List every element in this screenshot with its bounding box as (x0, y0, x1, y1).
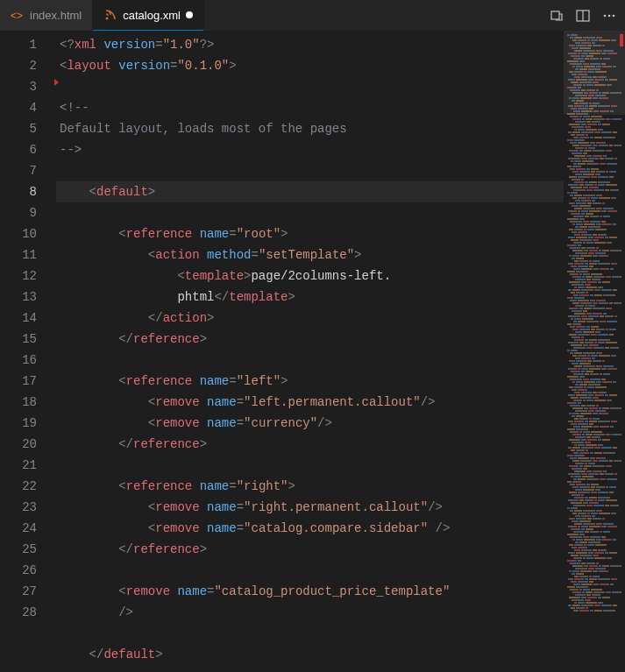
line-number: 26 (0, 560, 56, 581)
more-actions-icon[interactable] (602, 9, 616, 23)
code-line (56, 560, 564, 581)
line-number: 17 (0, 371, 56, 392)
code-line: <remove name="catalog.compare.sidebar" /… (56, 518, 564, 539)
line-number: 9 (0, 202, 56, 223)
svg-text:<>: <> (11, 10, 23, 22)
code-line: <reference name="root"> (56, 223, 564, 244)
code-area[interactable]: <?xml version="1.0"?> <layout version="0… (56, 31, 564, 672)
minimap-error-marker (620, 34, 623, 46)
line-number: 8 (0, 181, 56, 202)
line-number: 13 (0, 286, 56, 308)
tab-catalog-xml[interactable]: catalog.xml (93, 0, 204, 31)
line-number: 5 (0, 118, 56, 139)
code-line: </default> (56, 644, 564, 665)
code-line: phtml</template> (56, 286, 564, 308)
code-line: <action method="setTemplate"> (56, 244, 564, 265)
line-number: 18 (0, 392, 56, 413)
tab-bar: <> index.html catalog.xml (0, 0, 625, 31)
code-line: <remove name="currency"/> (56, 413, 564, 434)
code-line: <layout version="0.1.0"> (56, 55, 564, 76)
line-number: 27 (0, 581, 56, 602)
svg-point-7 (613, 14, 615, 17)
minimap-viewport[interactable] (564, 31, 625, 115)
line-number: 22 (0, 476, 56, 497)
open-changes-icon[interactable] (550, 9, 564, 23)
line-number: 23 (0, 497, 56, 518)
code-line: <template>page/2columns-left. (56, 265, 564, 286)
code-line: </reference> (56, 329, 564, 350)
code-line: </reference> (56, 539, 564, 560)
line-number: 10 (0, 223, 56, 244)
html-file-icon: <> (11, 9, 25, 23)
code-line: <remove name="right.permanent.callout"/> (56, 497, 564, 518)
code-line (56, 76, 564, 97)
code-line: <remove name="left.permanent.callout"/> (56, 392, 564, 413)
line-number: 7 (0, 160, 56, 181)
code-line (56, 455, 564, 476)
line-number-gutter[interactable]: 1 2 3 4 5 6 7 8 9 10 11 12 13 14 15 16 1… (0, 31, 56, 672)
line-number: 20 (0, 434, 56, 455)
split-editor-icon[interactable] (576, 9, 590, 23)
minimap[interactable] (564, 31, 625, 672)
tab-index-html[interactable]: <> index.html (0, 0, 93, 31)
line-number: 3 (0, 76, 56, 97)
editor: 1 2 3 4 5 6 7 8 9 10 11 12 13 14 15 16 1… (0, 31, 625, 672)
svg-point-5 (604, 14, 607, 17)
code-line (56, 623, 564, 644)
tab-actions (550, 0, 625, 31)
line-number: 1 (0, 34, 56, 55)
code-line: </reference> (56, 434, 564, 455)
xml-file-icon (103, 8, 117, 22)
unsaved-dot-icon (186, 11, 193, 18)
code-line: <remove name="catalog_product_price_temp… (56, 581, 564, 602)
line-number: 4 (0, 97, 56, 118)
line-number: 15 (0, 329, 56, 350)
code-line: <default> (56, 181, 564, 202)
code-line: </action> (56, 308, 564, 329)
svg-point-1 (106, 18, 109, 20)
code-line: <?xml version="1.0"?> (56, 34, 564, 55)
line-number: 24 (0, 518, 56, 539)
code-line: /> (56, 602, 564, 623)
code-line: <reference name="right"> (56, 476, 564, 497)
line-number: 14 (0, 308, 56, 329)
line-number: 6 (0, 139, 56, 160)
line-number: 19 (0, 413, 56, 434)
code-line: <reference name="left"> (56, 371, 564, 392)
code-line: --> (56, 139, 564, 160)
code-line (56, 202, 564, 223)
code-line (56, 160, 564, 181)
line-number: 25 (0, 539, 56, 560)
code-line: Default layout, loads most of the pages (56, 118, 564, 139)
line-number: 12 (0, 265, 56, 286)
tab-label: catalog.xml (123, 9, 181, 22)
line-number: 16 (0, 350, 56, 371)
svg-point-6 (608, 14, 611, 17)
code-line (56, 350, 564, 371)
code-line: <!-- (56, 97, 564, 118)
line-number: 11 (0, 244, 56, 265)
line-number: 21 (0, 455, 56, 476)
svg-rect-2 (551, 11, 559, 19)
line-number: 28 (0, 602, 56, 623)
line-number: 2 (0, 55, 56, 76)
tab-label: index.html (30, 9, 82, 22)
